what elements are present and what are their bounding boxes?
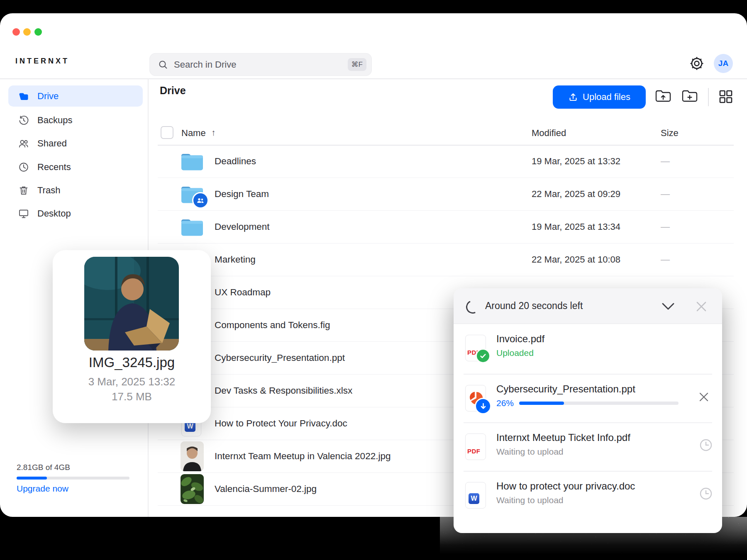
upload-files-button[interactable]: Upload files — [553, 85, 646, 109]
file-modified: 19 Mar, 2025 at 13:32 — [532, 145, 620, 177]
trash-icon — [18, 185, 29, 196]
search-placeholder: Search in Drive — [174, 59, 348, 70]
storage-progress-bar — [17, 477, 129, 480]
file-name: Internxt Team Meetup in Valencia 2022.jp… — [215, 440, 391, 472]
upload-panel-header: Around 20 seconds left — [454, 288, 722, 324]
file-name: Marketing — [215, 243, 256, 275]
upload-item: Cybersecurity_Presentation.ppt 26% — [454, 374, 722, 423]
search-input[interactable]: Search in Drive ⌘F — [149, 53, 372, 76]
upload-progress-panel: Around 20 seconds left PDF Invoice.pdf U… — [454, 288, 722, 533]
close-icon[interactable] — [695, 300, 708, 313]
table-row[interactable]: Marketing 22 Mar, 2025 at 10:08 — — [158, 243, 734, 276]
shared-folder-icon — [181, 185, 204, 205]
file-name: Development — [215, 211, 270, 243]
upload-item: PDF Internxt Meetup Ticket Info.pdf Wait… — [454, 423, 722, 471]
sidebar-item-recents[interactable]: Recents — [8, 156, 143, 178]
sidebar-item-shared[interactable]: Shared — [8, 133, 143, 154]
sidebar-item-backups[interactable]: Backups — [8, 110, 143, 131]
toolbar-divider — [708, 88, 709, 106]
table-row[interactable]: Development 19 Mar, 2025 at 13:34 — — [158, 211, 734, 243]
file-name: Deadlines — [215, 145, 256, 177]
upload-folder-icon[interactable] — [655, 88, 671, 105]
sidebar-item-label: Trash — [37, 185, 60, 196]
photo-thumbnail — [181, 441, 204, 471]
backup-history-icon — [18, 115, 29, 126]
avatar[interactable]: JA — [714, 54, 733, 73]
grid-view-icon[interactable] — [719, 90, 733, 104]
word-logo: W — [469, 493, 479, 504]
upload-item: PDF Invoice.pdf Uploaded — [454, 324, 722, 374]
traffic-light-minimize[interactable] — [23, 28, 31, 36]
upload-time-remaining: Around 20 seconds left — [485, 288, 583, 323]
traffic-light-close[interactable] — [12, 28, 20, 36]
sidebar-item-label: Recents — [37, 162, 71, 173]
chevron-down-icon[interactable] — [661, 302, 675, 311]
file-modified: 22 Mar, 2025 at 09:29 — [532, 178, 620, 210]
new-folder-icon[interactable] — [681, 88, 698, 105]
file-name: Dev Tasks & Responsibilities.xlsx — [215, 375, 352, 407]
internxt-logo: INTERNXT — [15, 57, 69, 66]
settings-gear-icon[interactable] — [689, 56, 705, 71]
file-size: — — [661, 211, 670, 243]
table-row[interactable]: Deadlines 19 Mar, 2025 at 13:32 — — [158, 145, 734, 178]
upload-file-name: How to protect your privacy.doc — [496, 480, 635, 492]
upload-button-label: Upload files — [583, 92, 630, 102]
cancel-upload-icon[interactable] — [698, 392, 709, 402]
sidebar-item-drive[interactable]: Drive — [8, 85, 143, 107]
pdf-label: PDF — [467, 448, 481, 455]
column-header-modified[interactable]: Modified — [532, 128, 566, 139]
spinner-icon — [464, 298, 481, 315]
page-title: Drive — [160, 85, 186, 97]
search-icon — [158, 60, 168, 70]
file-name: Components and Tokens.fig — [215, 309, 330, 341]
file-name: UX Roadmap — [215, 276, 271, 308]
preview-date: 3 Mar, 2025 13:32 — [53, 375, 211, 388]
preview-photo — [84, 257, 179, 351]
file-name: How to Protect Your Privacy.doc — [215, 407, 347, 439]
ppt-file-icon — [465, 385, 486, 411]
sidebar-item-desktop[interactable]: Desktop — [8, 203, 143, 224]
file-name: Valencia-Summer-02.jpg — [215, 473, 317, 505]
table-row[interactable]: Design Team 22 Mar, 2025 at 09:29 — — [158, 178, 734, 211]
clock-icon — [18, 162, 29, 173]
column-header-name[interactable]: Name — [181, 128, 206, 139]
traffic-light-zoom[interactable] — [34, 28, 42, 36]
upload-file-status: Uploaded — [496, 348, 534, 358]
file-preview-card: IMG_3245.jpg 3 Mar, 2025 13:32 17.5 MB — [53, 250, 211, 423]
uploading-arrow-badge — [475, 398, 491, 414]
upload-file-status: Waiting to upload — [496, 495, 564, 505]
file-size: — — [661, 243, 670, 275]
file-size: — — [661, 145, 670, 177]
file-size: — — [661, 178, 670, 210]
upload-file-name: Internxt Meetup Ticket Info.pdf — [496, 432, 630, 443]
sort-ascending-arrow[interactable]: ↑ — [211, 128, 216, 138]
folder-icon — [181, 152, 204, 173]
desktop-icon — [18, 208, 29, 219]
search-shortcut-badge: ⌘F — [348, 58, 366, 71]
sidebar-item-label: Drive — [37, 91, 59, 102]
sidebar-item-label: Backups — [37, 115, 72, 126]
pdf-file-icon: PDF — [465, 335, 486, 361]
file-modified: 19 Mar, 2025 at 13:34 — [532, 211, 620, 243]
avatar-initials: JA — [718, 59, 728, 68]
select-all-checkbox[interactable] — [161, 126, 173, 139]
file-name: Cybersecurity_Presentation.ppt — [215, 342, 345, 374]
upgrade-now-link[interactable]: Upgrade now — [17, 484, 68, 494]
sidebar-item-trash[interactable]: Trash — [8, 180, 143, 201]
column-header-size[interactable]: Size — [661, 128, 679, 139]
preview-filename: IMG_3245.jpg — [53, 355, 211, 370]
uploaded-check-badge — [476, 348, 491, 363]
upload-progress-fill — [519, 402, 564, 405]
word-doc-icon: W — [465, 482, 486, 509]
upload-file-name: Cybersecurity_Presentation.ppt — [496, 383, 635, 395]
upload-file-status: Waiting to upload — [496, 447, 564, 457]
upload-icon — [568, 92, 578, 102]
upload-item: W How to protect your privacy.doc Waitin… — [454, 471, 722, 525]
sidebar-item-label: Shared — [37, 138, 67, 149]
storage-progress-fill — [17, 477, 47, 480]
sidebar-item-label: Desktop — [37, 208, 71, 219]
waiting-clock-icon — [699, 438, 713, 452]
people-icon — [18, 138, 29, 149]
upload-progress-bar — [519, 402, 679, 405]
pdf-file-icon: PDF — [465, 433, 486, 460]
